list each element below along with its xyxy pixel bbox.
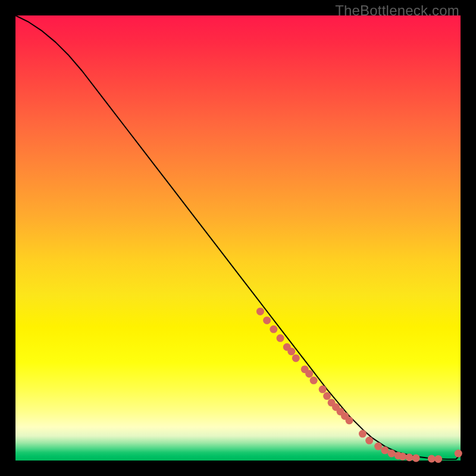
scatter-dot: [346, 416, 353, 424]
scatter-dot: [359, 430, 367, 438]
scatter-dot: [428, 455, 436, 463]
scatter-dot: [287, 347, 295, 355]
scatter-dot: [323, 392, 331, 400]
scatter-dot: [374, 443, 382, 450]
scatter-dot: [381, 446, 389, 454]
scatter-dot: [455, 450, 462, 458]
scatter-dot: [270, 325, 277, 333]
chart-overlay: [15, 15, 461, 461]
scatter-dot: [310, 377, 318, 384]
scatter-dot: [305, 370, 313, 378]
scatter-dot: [319, 386, 327, 393]
curve-path: [15, 15, 461, 459]
scatter-dot: [434, 455, 442, 463]
chart-frame: TheBottleneck.com: [0, 0, 476, 476]
scatter-dot: [399, 453, 406, 461]
scatter-dot: [365, 437, 373, 444]
curve-line: [15, 15, 461, 459]
scatter-dot: [412, 454, 420, 462]
scatter-dot: [263, 317, 271, 324]
scatter-dot: [292, 354, 300, 362]
scatter-dot: [388, 450, 396, 458]
scatter-dots: [256, 308, 462, 463]
scatter-dot: [277, 334, 284, 342]
scatter-dot: [405, 453, 413, 461]
scatter-dot: [256, 308, 264, 315]
